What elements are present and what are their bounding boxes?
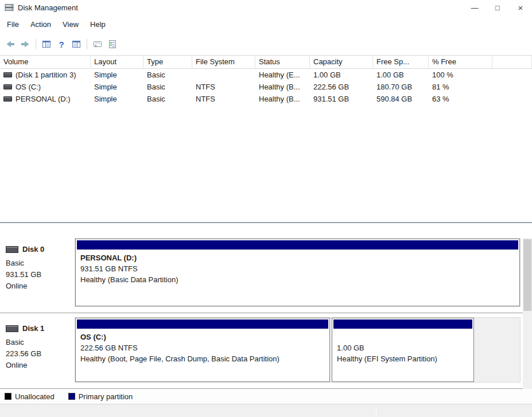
volume-drive-icon — [3, 96, 12, 102]
legend: Unallocated Primary partition — [0, 389, 532, 404]
help-icon[interactable]: ? — [54, 37, 69, 52]
disk-0-partition-area: PERSONAL (D:) 931.51 GB NTFS Healthy (Ba… — [75, 238, 521, 307]
partition-info: 1.00 GB Healthy (EFI System Partition) — [332, 330, 473, 364]
back-icon[interactable] — [3, 37, 18, 52]
disk-management-app-icon — [5, 3, 14, 12]
cell-free-space: 180.70 GB — [373, 83, 429, 91]
statusbar — [0, 404, 532, 417]
volume-name: (Disk 1 partition 3) — [15, 71, 76, 79]
legend-label: Primary partition — [79, 392, 133, 401]
disk-size: 931.51 GB — [6, 269, 71, 280]
disk-type: Basic — [6, 337, 71, 348]
volume-name: OS (C:) — [15, 83, 41, 91]
statusbar-divider — [376, 406, 376, 415]
menu-help[interactable]: Help — [84, 17, 111, 32]
disk-1-row: Disk 1 Basic 223.56 GB Online OS (C:) 22… — [0, 313, 532, 389]
volume-row-disk1-partition3[interactable]: (Disk 1 partition 3) Simple Basic Health… — [0, 69, 532, 81]
partition-title: OS (C:) — [80, 332, 325, 342]
console-tree-icon[interactable] — [39, 37, 54, 52]
disk-0-row: Disk 0 Basic 931.51 GB Online PERSONAL (… — [0, 238, 532, 313]
column-header-filler — [492, 56, 532, 68]
partition-size: 1.00 GB — [337, 342, 469, 353]
unallocated-swatch — [5, 393, 11, 400]
primary-partition-color-bar — [77, 319, 328, 329]
disk-0-label[interactable]: Disk 0 Basic 931.51 GB Online — [0, 238, 75, 307]
partition-status: Healthy (EFI System Partition) — [337, 353, 469, 364]
close-button[interactable]: × — [509, 0, 532, 15]
titlebar: Disk Management — □ × — [0, 0, 532, 15]
volume-row-os-c[interactable]: OS (C:) Simple Basic NTFS Healthy (B... … — [0, 81, 532, 93]
column-header-free-space[interactable]: Free Sp... — [373, 56, 429, 68]
cell-capacity: 222.56 GB — [310, 83, 373, 91]
disk-management-window: Disk Management — □ × File Action View H… — [0, 0, 532, 417]
column-header-type[interactable]: Type — [143, 56, 192, 68]
cell-status: Healthy (E... — [255, 71, 310, 79]
cell-pct-free: 100 % — [429, 71, 492, 79]
disk-1-label[interactable]: Disk 1 Basic 223.56 GB Online — [0, 317, 75, 383]
window-controls: — □ × — [463, 0, 532, 15]
column-header-status[interactable]: Status — [255, 56, 310, 68]
legend-item-primary-partition: Primary partition — [68, 392, 133, 401]
volume-list-empty-area — [0, 105, 532, 222]
partition-info: OS (C:) 222.56 GB NTFS Healthy (Boot, Pa… — [76, 330, 329, 364]
cell-layout: Simple — [91, 95, 143, 103]
disk-type: Basic — [6, 258, 71, 269]
cell-file-system: NTFS — [192, 83, 255, 91]
partition-size: 931.51 GB NTFS — [80, 263, 515, 274]
cell-pct-free: 63 % — [429, 95, 492, 103]
disk-icon — [6, 246, 18, 253]
volume-list-header: Volume Layout Type File System Status Ca… — [0, 56, 532, 69]
maximize-button[interactable]: □ — [486, 0, 509, 15]
column-header-capacity[interactable]: Capacity — [310, 56, 373, 68]
legend-label: Unallocated — [15, 392, 55, 401]
legend-item-unallocated: Unallocated — [5, 392, 55, 401]
menu-view[interactable]: View — [57, 17, 84, 32]
partition-efi-system[interactable]: 1.00 GB Healthy (EFI System Partition) — [332, 318, 474, 382]
partition-personal-d[interactable]: PERSONAL (D:) 931.51 GB NTFS Healthy (Ba… — [75, 239, 520, 306]
cell-capacity: 1.00 GB — [310, 71, 373, 79]
column-header-layout[interactable]: Layout — [91, 56, 143, 68]
primary-partition-color-bar — [333, 319, 472, 329]
menubar: File Action View Help — [0, 15, 532, 33]
forward-icon[interactable] — [18, 37, 33, 52]
cell-free-space: 590.84 GB — [373, 95, 429, 103]
toolbar: ? — [0, 33, 532, 55]
volume-drive-icon — [3, 72, 12, 77]
partition-os-c[interactable]: OS (C:) 222.56 GB NTFS Healthy (Boot, Pa… — [75, 318, 330, 382]
cell-type: Basic — [143, 95, 192, 103]
partition-size: 222.56 GB NTFS — [80, 342, 325, 353]
window-title: Disk Management — [18, 3, 78, 12]
volume-name: PERSONAL (D:) — [15, 95, 71, 103]
toolbar-separator — [87, 39, 87, 49]
column-header-file-system[interactable]: File System — [192, 56, 255, 68]
disk-name: Disk 0 — [22, 245, 44, 254]
partition-info: PERSONAL (D:) 931.51 GB NTFS Healthy (Ba… — [76, 251, 519, 285]
column-header-volume[interactable]: Volume — [0, 56, 91, 68]
partition-title: PERSONAL (D:) — [80, 252, 515, 263]
console-window-icon[interactable] — [90, 37, 105, 52]
action-pane-icon[interactable] — [69, 37, 84, 52]
volume-row-personal-d[interactable]: PERSONAL (D:) Simple Basic NTFS Healthy … — [0, 93, 532, 105]
cell-status: Healthy (B... — [255, 95, 310, 103]
toolbar-separator — [36, 39, 36, 49]
cell-layout: Simple — [91, 71, 143, 79]
disk-name: Disk 1 — [22, 324, 44, 333]
scrollbar-thumb[interactable] — [523, 239, 531, 311]
primary-partition-color-bar — [77, 240, 518, 250]
column-header-pct-free[interactable]: % Free — [429, 56, 492, 68]
cell-type: Basic — [143, 71, 192, 79]
cell-status: Healthy (B... — [255, 83, 310, 91]
disk-size: 223.56 GB — [6, 348, 71, 360]
graphical-view: Disk 0 Basic 931.51 GB Online PERSONAL (… — [0, 222, 532, 389]
task-list-icon[interactable] — [105, 37, 120, 52]
cell-type: Basic — [143, 83, 192, 91]
cell-free-space: 1.00 GB — [373, 71, 429, 79]
menu-action[interactable]: Action — [25, 17, 57, 32]
menu-file[interactable]: File — [1, 17, 25, 32]
disk-status: Online — [6, 280, 71, 292]
partition-status: Healthy (Boot, Page File, Crash Dump, Ba… — [80, 353, 325, 364]
minimize-button[interactable]: — — [463, 0, 486, 15]
cell-file-system: NTFS — [192, 95, 255, 103]
vertical-scrollbar[interactable] — [523, 238, 532, 389]
volume-drive-icon — [3, 84, 12, 89]
